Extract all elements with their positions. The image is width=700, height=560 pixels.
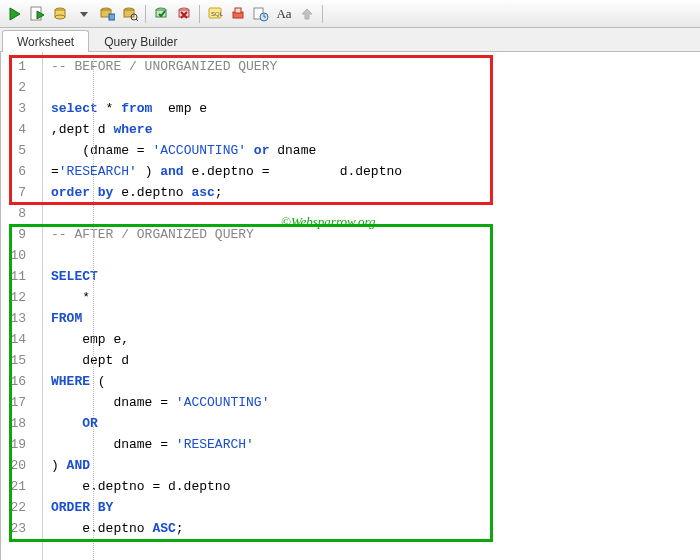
svg-point-5	[55, 15, 65, 19]
code-area[interactable]: -- BEFORE / UNORGANIZED QUERY select * f…	[43, 52, 700, 560]
svg-marker-0	[10, 8, 20, 20]
svg-rect-11	[124, 10, 134, 17]
rollback-icon[interactable]	[173, 3, 195, 25]
run-script-icon[interactable]	[27, 3, 49, 25]
explain-plan-icon[interactable]	[50, 3, 72, 25]
run-icon[interactable]	[4, 3, 26, 25]
commit-icon[interactable]	[150, 3, 172, 25]
sql-monitor-icon[interactable]	[119, 3, 141, 25]
comment: -- BEFORE / UNORGANIZED QUERY	[51, 59, 277, 74]
tab-query-builder[interactable]: Query Builder	[89, 30, 192, 52]
svg-line-13	[136, 19, 138, 21]
comment: -- AFTER / ORGANIZED QUERY	[51, 227, 254, 242]
case-icon[interactable]: Aa	[273, 3, 295, 25]
history-clock-icon[interactable]	[250, 3, 272, 25]
svg-text:SQL: SQL	[211, 11, 223, 17]
svg-marker-6	[80, 12, 88, 17]
line-gutter: 1 2 3 4 5 6 7 8 9 10 11 12 13 14 15 16 1…	[1, 52, 43, 560]
separator	[145, 5, 146, 23]
tools-icon[interactable]	[296, 3, 318, 25]
separator	[322, 5, 323, 23]
editor-tabs: Worksheet Query Builder	[0, 28, 700, 52]
autotrace-dropdown-icon[interactable]	[73, 3, 95, 25]
unshared-worksheet-icon[interactable]: SQL	[204, 3, 226, 25]
tab-worksheet[interactable]: Worksheet	[2, 30, 89, 52]
svg-rect-9	[109, 14, 115, 20]
separator	[199, 5, 200, 23]
clear-icon[interactable]	[227, 3, 249, 25]
sql-history-icon[interactable]	[96, 3, 118, 25]
toolbar: SQL Aa	[0, 0, 700, 28]
svg-rect-23	[235, 8, 241, 13]
sql-editor[interactable]: 1 2 3 4 5 6 7 8 9 10 11 12 13 14 15 16 1…	[0, 52, 700, 560]
